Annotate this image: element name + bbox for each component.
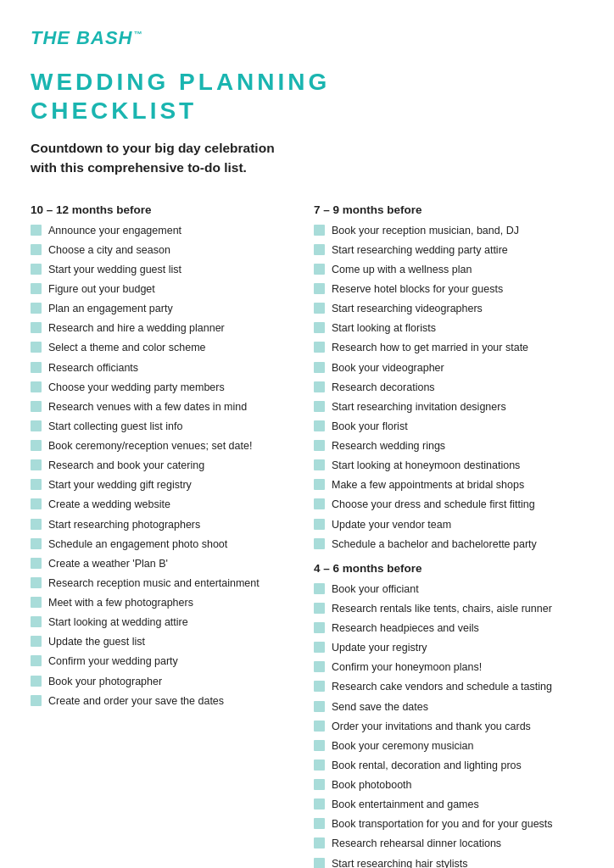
list-item: Start collecting guest list info (31, 419, 293, 434)
checkbox[interactable] (314, 362, 325, 373)
checkbox[interactable] (31, 616, 42, 627)
item-label: Research wedding rings (332, 438, 445, 453)
list-item: Book transportation for you and for your… (314, 816, 583, 832)
item-label: Start looking at honeymoon destinations (332, 458, 520, 473)
checkbox[interactable] (314, 858, 325, 868)
list-item: Research wedding rings (314, 438, 583, 453)
item-label: Make a few appointments at bridal shops (332, 477, 524, 492)
list-item: Book your reception musician, band, DJ (314, 223, 583, 238)
checkbox[interactable] (31, 401, 42, 412)
checkbox[interactable] (314, 459, 325, 470)
checkbox[interactable] (314, 603, 325, 614)
logo: The BaSH™ (31, 27, 583, 49)
item-label: Book your videographer (332, 360, 444, 376)
item-label: Research how to get married in your stat… (332, 340, 528, 355)
checkbox[interactable] (31, 244, 42, 255)
checkbox[interactable] (314, 642, 325, 653)
checkbox[interactable] (31, 655, 42, 666)
checkbox[interactable] (314, 381, 325, 392)
list-item: Create and order your save the dates (31, 693, 293, 709)
item-label: Create and order your save the dates (48, 693, 224, 709)
list-item: Research rehearsal dinner locations (314, 836, 583, 851)
checkbox[interactable] (314, 701, 325, 712)
item-label: Meet with a few photographers (48, 595, 193, 610)
checkbox[interactable] (314, 583, 325, 594)
checkbox[interactable] (314, 661, 325, 672)
checkbox[interactable] (31, 636, 42, 647)
checkbox[interactable] (31, 459, 42, 470)
checkbox[interactable] (314, 779, 325, 790)
checkbox[interactable] (31, 381, 42, 392)
checkbox[interactable] (31, 342, 42, 353)
checkbox[interactable] (314, 303, 325, 314)
list-item: Figure out your budget (31, 281, 293, 297)
checkbox[interactable] (31, 538, 42, 549)
checkbox[interactable] (31, 420, 42, 431)
checkbox[interactable] (314, 401, 325, 412)
checkbox[interactable] (31, 440, 42, 451)
list-item: Confirm your honeymoon plans! (314, 659, 583, 675)
checkbox[interactable] (314, 681, 325, 692)
item-label: Research headpieces and veils (332, 620, 479, 636)
checkbox[interactable] (31, 695, 42, 706)
checkbox[interactable] (314, 498, 325, 509)
item-label: Research and hire a wedding planner (48, 320, 225, 336)
section-title-7-9: 7 – 9 months before (314, 203, 583, 216)
checkbox[interactable] (31, 519, 42, 530)
checkbox[interactable] (314, 837, 325, 849)
list-item: Start looking at florists (314, 320, 583, 336)
checkbox[interactable] (314, 760, 325, 771)
list-item: Start researching videographers (314, 301, 583, 316)
checkbox[interactable] (314, 818, 325, 829)
checkbox[interactable] (31, 283, 42, 294)
checkbox[interactable] (31, 303, 42, 314)
list-item: Make a few appointments at bridal shops (314, 477, 583, 492)
item-label: Book your reception musician, band, DJ (332, 223, 519, 238)
item-label: Update the guest list (48, 634, 145, 649)
checkbox[interactable] (31, 558, 42, 569)
checkbox[interactable] (31, 362, 42, 373)
item-label: Book your ceremony musician (332, 738, 473, 754)
checkbox[interactable] (314, 622, 325, 633)
checkbox[interactable] (314, 479, 325, 490)
checkbox[interactable] (31, 225, 42, 236)
item-label: Book transportation for you and for your… (332, 816, 553, 832)
list-item: Start looking at wedding attire (31, 615, 293, 630)
list-item: Create a weather 'Plan B' (31, 556, 293, 571)
checkbox[interactable] (314, 342, 325, 353)
item-label: Update your vendor team (332, 517, 451, 532)
list-item: Book your videographer (314, 360, 583, 376)
item-label: Confirm your wedding party (48, 654, 178, 669)
list-item: Research cake vendors and schedule a tas… (314, 679, 583, 694)
checkbox[interactable] (314, 283, 325, 294)
checkbox[interactable] (31, 597, 42, 608)
list-item: Start your wedding gift registry (31, 477, 293, 492)
checkbox[interactable] (314, 740, 325, 751)
item-label: Choose a city and season (48, 242, 170, 258)
list-item: Research and hire a wedding planner (31, 320, 293, 336)
list-item: Send save the dates (314, 699, 583, 715)
checkbox[interactable] (314, 721, 325, 732)
right-column: 7 – 9 months before Book your reception … (314, 200, 583, 868)
checkbox[interactable] (31, 264, 42, 275)
checkbox[interactable] (314, 264, 325, 275)
checkbox[interactable] (314, 244, 325, 255)
checkbox[interactable] (31, 498, 42, 509)
checkbox[interactable] (31, 676, 42, 687)
checkbox[interactable] (31, 577, 42, 588)
list-item: Start researching hair stylists (314, 856, 583, 868)
list-item: Come up with a wellness plan (314, 262, 583, 277)
page-title: WEDDING PLANNINGCHECKLIST (31, 68, 583, 125)
checkbox[interactable] (314, 519, 325, 530)
checkbox[interactable] (314, 322, 325, 333)
list-item: Start researching photographers (31, 517, 293, 532)
item-label: Research reception music and entertainme… (48, 576, 260, 591)
checkbox[interactable] (314, 538, 325, 549)
checkbox[interactable] (314, 420, 325, 431)
checkbox[interactable] (314, 440, 325, 451)
list-item: Book your officiant (314, 581, 583, 597)
checkbox[interactable] (31, 322, 42, 333)
checkbox[interactable] (314, 225, 325, 236)
checkbox[interactable] (314, 798, 325, 810)
checkbox[interactable] (31, 479, 42, 490)
